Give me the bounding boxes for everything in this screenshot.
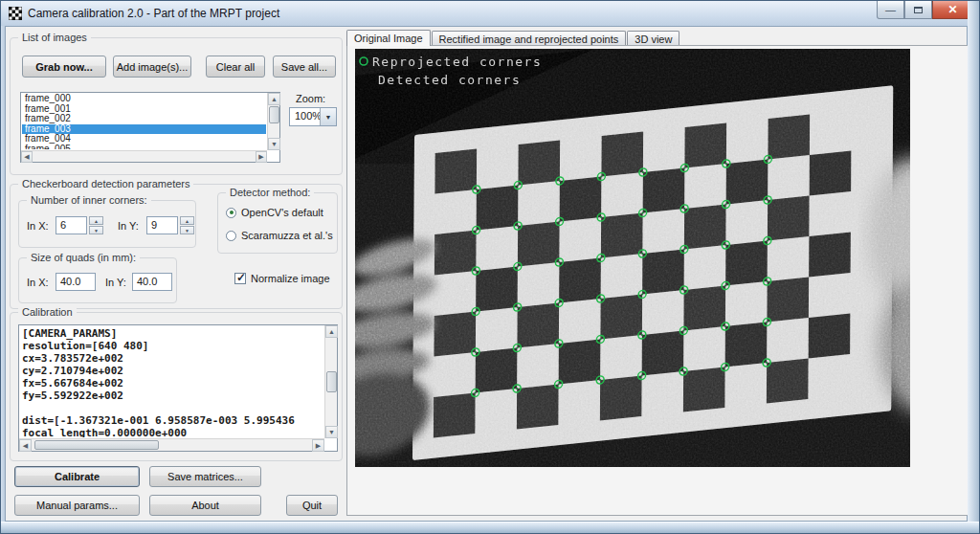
- spin-down-icon[interactable]: ▼: [89, 226, 103, 234]
- corners-y-field[interactable]: 9: [146, 216, 178, 234]
- list-item[interactable]: frame_004: [22, 134, 266, 145]
- checkbox-check-icon[interactable]: [234, 273, 246, 284]
- corners-x-stepper[interactable]: ▲▼: [89, 216, 103, 234]
- spin-up-icon[interactable]: ▲: [180, 216, 194, 225]
- scroll-left-icon[interactable]: ◀: [19, 439, 32, 452]
- viewer-panel: Reprojected corners Detected corners: [346, 45, 969, 516]
- chevron-down-icon[interactable]: ▼: [320, 108, 336, 125]
- calibration-label: Calibration: [18, 306, 77, 318]
- calib-vertical-scrollbar[interactable]: ▲ ▼: [324, 325, 337, 438]
- title-bar[interactable]: Camera calibration 2.0 - Part of the MRP…: [1, 1, 979, 26]
- calibration-text: [CAMERA_PARAMS] resolution=[640 480] cx=…: [22, 327, 323, 437]
- window-frame-left: [1, 26, 5, 533]
- manual-params-button[interactable]: Manual params...: [14, 495, 140, 516]
- detector-method-label: Detector method:: [226, 187, 314, 198]
- zoom-value: 100%: [295, 110, 322, 122]
- save-matrices-button[interactable]: Save matrices...: [149, 466, 261, 487]
- clear-all-button[interactable]: Clear all: [206, 56, 265, 78]
- calib-horizontal-scrollbar[interactable]: ◀ ▶: [19, 438, 324, 451]
- radio-selected-icon[interactable]: [226, 208, 236, 218]
- spin-down-icon[interactable]: ▼: [180, 226, 194, 234]
- radio-scaramuzza[interactable]: Scaramuzza et al.'s: [226, 230, 333, 241]
- close-icon: ✕: [947, 3, 957, 16]
- app-window: Camera calibration 2.0 - Part of the MRP…: [0, 0, 980, 534]
- radio-opencv-default[interactable]: OpenCV's default: [226, 207, 323, 218]
- window-frame-bottom: [1, 522, 979, 533]
- corners-y-stepper[interactable]: ▲▼: [180, 216, 194, 234]
- scroll-thumb[interactable]: [34, 440, 159, 450]
- list-item[interactable]: frame_005: [22, 145, 266, 150]
- calibration-output[interactable]: [CAMERA_PARAMS] resolution=[640 480] cx=…: [18, 324, 338, 452]
- scroll-left-icon[interactable]: ◀: [21, 151, 33, 163]
- app-icon-checkerboard: [9, 7, 22, 20]
- zoom-select[interactable]: 100% ▼: [289, 107, 337, 126]
- scroll-thumb[interactable]: [326, 371, 337, 392]
- tab-3d-view[interactable]: 3D view: [627, 31, 679, 46]
- scroll-thumb[interactable]: [269, 106, 279, 123]
- group-detector-method: Detector method: OpenCV's default Scaram…: [217, 192, 338, 254]
- quit-button[interactable]: Quit: [286, 495, 338, 516]
- add-images-button[interactable]: Add image(s)...: [113, 56, 191, 78]
- quads-y-label: In Y:: [105, 277, 126, 288]
- scroll-down-icon[interactable]: ▼: [325, 426, 338, 438]
- list-vertical-scrollbar[interactable]: ▲ ▼: [267, 93, 279, 150]
- group-inner-corners: Number of inner corners: In X: 6 ▲▼ In Y…: [18, 200, 196, 248]
- scroll-up-icon[interactable]: ▲: [268, 93, 280, 105]
- image-list[interactable]: frame_000 frame_001 frame_002 frame_003 …: [20, 92, 280, 163]
- minimize-icon: —: [885, 4, 896, 15]
- in-y-label: In Y:: [118, 220, 139, 232]
- inner-corners-label: Number of inner corners:: [27, 194, 151, 206]
- minimize-button[interactable]: —: [877, 1, 904, 19]
- quads-x-label: In X:: [27, 277, 49, 288]
- save-all-button[interactable]: Save all...: [273, 56, 336, 78]
- maximize-icon: [914, 7, 923, 13]
- scroll-right-icon[interactable]: ▶: [256, 151, 267, 163]
- camera-image[interactable]: Reprojected corners Detected corners: [355, 49, 910, 467]
- scroll-right-icon[interactable]: ▶: [312, 439, 324, 452]
- spin-up-icon[interactable]: ▲: [89, 216, 103, 225]
- group-calibration: Calibration [CAMERA_PARAMS] resolution=[…: [10, 312, 343, 461]
- quads-y-field[interactable]: 40.0: [132, 273, 172, 291]
- scroll-down-icon[interactable]: ▼: [268, 138, 280, 150]
- window-frame-right: [968, 1, 979, 533]
- list-item[interactable]: frame_002: [22, 114, 266, 124]
- group-list-of-images: List of images Grab now... Add image(s).…: [10, 37, 343, 175]
- in-x-label: In X:: [27, 220, 49, 232]
- group-list-label: List of images: [18, 32, 91, 43]
- quads-x-field[interactable]: 40.0: [56, 273, 96, 291]
- client-area: List of images Grab now... Add image(s).…: [5, 26, 968, 522]
- viewer-tabbar: Original Image Rectified image and repro…: [346, 30, 680, 46]
- list-horizontal-scrollbar[interactable]: ◀ ▶: [21, 150, 267, 162]
- calibration-photo: Reprojected corners Detected corners: [355, 49, 910, 467]
- maximize-button[interactable]: [904, 1, 932, 19]
- window-title: Camera calibration 2.0 - Part of the MRP…: [28, 7, 279, 20]
- list-item[interactable]: frame_000: [22, 94, 266, 104]
- group-checkerboard-params: Checkerboard detection parameters Number…: [10, 184, 343, 309]
- normalize-image-checkbox[interactable]: Normalize image: [234, 273, 330, 284]
- scroll-up-icon[interactable]: ▲: [325, 325, 338, 338]
- group-quad-size: Size of quads (in mm): In X: 40.0 In Y: …: [18, 257, 177, 303]
- legend-detected: Detected corners: [378, 73, 521, 87]
- about-button[interactable]: About: [149, 495, 261, 516]
- quad-size-label: Size of quads (in mm):: [27, 252, 140, 263]
- calibrate-button[interactable]: Calibrate: [14, 466, 140, 487]
- tab-original-image[interactable]: Original Image: [346, 30, 431, 46]
- grab-now-button[interactable]: Grab now...: [22, 56, 106, 78]
- group-checker-label: Checkerboard detection parameters: [18, 178, 193, 189]
- corners-x-field[interactable]: 6: [56, 216, 87, 234]
- legend-reprojected: Reprojected corners: [372, 55, 542, 69]
- tab-rectified-image[interactable]: Rectified image and reprojected points: [432, 31, 627, 46]
- zoom-label: Zoom:: [296, 93, 325, 104]
- radio-icon[interactable]: [226, 231, 236, 241]
